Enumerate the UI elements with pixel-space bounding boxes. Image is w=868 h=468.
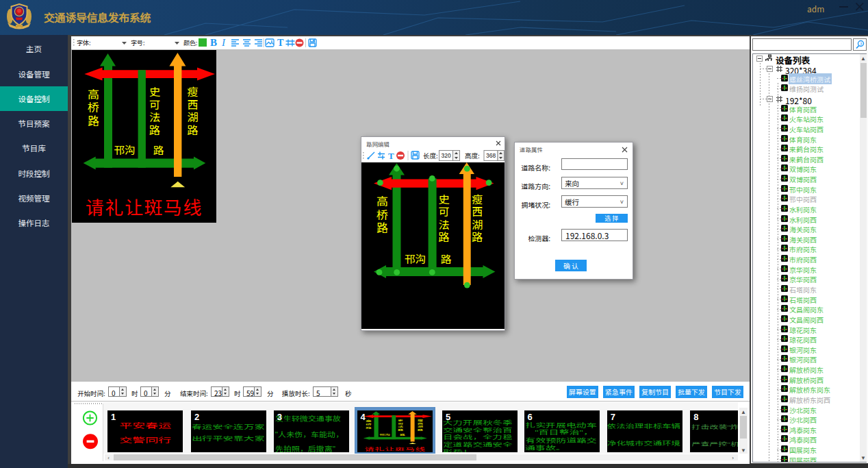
svg-text:路: 路 [400,432,406,436]
svg-text:路: 路 [376,219,388,236]
svg-text:请礼让斑马线: 请礼让斑马线 [364,445,425,452]
svg-text:3: 3 [860,40,862,47]
svg-text:路: 路 [149,121,159,138]
svg-text:邗沟: 邗沟 [405,251,426,266]
svg-text:368: 368 [486,152,496,159]
svg-text:字号:: 字号: [131,38,145,47]
svg-text:高度:: 高度: [465,151,480,160]
svg-text:字体:: 字体: [77,38,91,47]
svg-text:颜色:: 颜色: [183,38,198,47]
svg-text:路: 路 [472,228,483,245]
svg-text:T: T [388,151,394,161]
svg-text:长度:: 长度: [423,151,438,160]
svg-text:路: 路 [365,426,371,430]
svg-text:路: 路 [441,251,452,266]
svg-text:请礼让斑马线: 请礼让斑马线 [86,193,203,220]
svg-text:路: 路 [187,121,198,138]
svg-text:路: 路 [438,228,449,245]
svg-text:B: B [210,37,217,48]
svg-text:邗沟: 邗沟 [114,142,135,157]
svg-text:邗沟: 邗沟 [379,432,390,436]
svg-text:I: I [221,37,226,48]
svg-text:路: 路 [153,142,164,157]
svg-text:路: 路 [417,428,423,432]
svg-text:路: 路 [88,112,99,129]
svg-text:T: T [277,38,284,48]
svg-text:320: 320 [442,152,451,159]
svg-text:路: 路 [397,428,403,432]
